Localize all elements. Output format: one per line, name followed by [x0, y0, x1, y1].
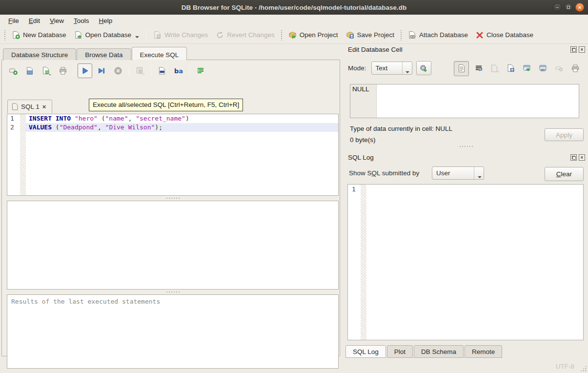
- close-sql-tab-icon[interactable]: ×: [42, 103, 46, 110]
- editor-results-splitter[interactable]: [7, 196, 339, 200]
- attach-database-button[interactable]: Attach Database: [404, 29, 472, 41]
- messages-placeholder: Results of the last executed statements: [11, 298, 160, 305]
- open-project-label: Open Project: [300, 31, 338, 39]
- encoding-indicator[interactable]: UTF-8: [556, 363, 574, 370]
- close-database-icon: [476, 31, 484, 39]
- right-dock: Edit Database Cell × Mode: Text: [344, 44, 588, 360]
- menu-edit[interactable]: Edit: [24, 16, 44, 25]
- text-mode-button[interactable]: [454, 61, 469, 76]
- maximize-button[interactable]: [564, 3, 573, 12]
- execute-line-icon: [97, 66, 106, 75]
- open-database-button[interactable]: Open Database: [70, 29, 143, 41]
- results-grid[interactable]: [7, 201, 339, 290]
- tab-database-structure[interactable]: Database Structure: [3, 48, 76, 60]
- menu-view[interactable]: View: [45, 16, 68, 25]
- close-icon: ×: [576, 3, 584, 11]
- line-number: 1: [7, 114, 20, 123]
- cell-value-editor[interactable]: NULL: [350, 84, 579, 118]
- sql-log-title: SQL Log: [348, 154, 374, 161]
- dock-float-icon[interactable]: [570, 154, 577, 161]
- tab-plot[interactable]: Plot: [387, 345, 413, 358]
- tab-remote[interactable]: Remote: [465, 345, 502, 358]
- sql-editor[interactable]: 1 INSERT INTO "hero" ("name", "secret_na…: [7, 114, 339, 196]
- clear-log-button[interactable]: Clear: [545, 167, 584, 181]
- auto-switch-mode-button[interactable]: [416, 61, 431, 75]
- editor-gutter: [7, 132, 338, 195]
- autocomplete-icon: ba: [174, 67, 183, 75]
- open-database-menu-caret[interactable]: [135, 36, 139, 38]
- line-number: 2: [7, 123, 20, 132]
- revert-changes-button: Revert Changes: [212, 29, 279, 41]
- find-replace-button[interactable]: [155, 63, 169, 78]
- set-null-icon: [555, 64, 564, 73]
- revert-changes-icon: [216, 31, 224, 39]
- word-wrap-button[interactable]: [472, 62, 485, 75]
- autocomplete-button[interactable]: ba: [171, 63, 186, 78]
- mode-select[interactable]: Text: [371, 62, 412, 75]
- menubar: File Edit View Tools Help: [0, 15, 588, 26]
- export-cell-button[interactable]: [504, 62, 517, 75]
- dock-close-icon[interactable]: ×: [579, 46, 585, 53]
- dock-float-icon[interactable]: [570, 46, 577, 53]
- log-content: [366, 185, 583, 340]
- open-sql-tab-button[interactable]: [6, 63, 20, 78]
- open-external-icon: [523, 64, 531, 73]
- minimize-button[interactable]: −: [553, 3, 562, 12]
- sql-log-view[interactable]: 1: [347, 184, 584, 340]
- tab-browse-data[interactable]: Browse Data: [77, 48, 131, 60]
- log-filter-select[interactable]: User: [432, 166, 484, 180]
- execute-line-button[interactable]: [94, 63, 109, 78]
- copy-link-button[interactable]: [536, 62, 549, 75]
- code-line-current: 2 VALUES ("Deadpond", "Dive Wilson");: [7, 123, 338, 132]
- fold-margin: [20, 114, 26, 123]
- tab-db-schema[interactable]: DB Schema: [414, 345, 464, 358]
- dock-close-icon[interactable]: ×: [579, 154, 585, 161]
- mode-value: Text: [376, 64, 398, 72]
- titlebar[interactable]: DB Browser for SQLite - /home/user/code/…: [0, 0, 588, 15]
- sql-log-controls: Show SQL submitted by User Clear: [348, 166, 585, 181]
- sql-doc-tab[interactable]: SQL 1 ×: [7, 100, 52, 113]
- save-project-button[interactable]: Save Project: [342, 29, 399, 41]
- dock-splitter[interactable]: [344, 145, 588, 148]
- format-sql-icon: [196, 66, 205, 75]
- cell-value: NULL: [350, 84, 377, 118]
- cell-size-info: 0 byte(s): [350, 136, 376, 144]
- open-sql-file-button[interactable]: [22, 63, 37, 78]
- text-document-icon: [458, 64, 466, 73]
- attach-database-icon: [408, 31, 416, 39]
- print-sql-button[interactable]: [56, 63, 70, 78]
- close-button[interactable]: ×: [575, 3, 584, 12]
- new-database-icon: [12, 31, 20, 39]
- format-sql-button[interactable]: [193, 63, 208, 78]
- link-icon: [539, 64, 547, 73]
- cell-editor-toolbar: [454, 61, 582, 76]
- messages-pane[interactable]: Results of the last executed statements: [7, 294, 339, 369]
- resize-grip[interactable]: [580, 365, 587, 372]
- execute-all-button[interactable]: [78, 63, 92, 78]
- sql-doc-tab-label: SQL 1: [21, 103, 40, 110]
- tab-sql-log[interactable]: SQL Log: [345, 345, 386, 358]
- open-project-button[interactable]: Open Project: [284, 29, 342, 41]
- toolbar-grip[interactable]: [281, 30, 283, 41]
- results-messages-splitter[interactable]: [7, 290, 339, 294]
- menu-help[interactable]: Help: [95, 16, 117, 25]
- menu-tools[interactable]: Tools: [69, 16, 94, 25]
- menu-file[interactable]: File: [4, 16, 23, 25]
- dock-bottom-tabbar: SQL Log Plot DB Schema Remote: [345, 345, 503, 358]
- close-database-button[interactable]: Close Database: [472, 29, 537, 41]
- sql-log-dock-buttons: ×: [570, 154, 585, 161]
- toolbar-separator: [146, 30, 146, 41]
- print-sql-icon: [59, 66, 67, 75]
- tab-execute-sql[interactable]: Execute SQL: [132, 47, 187, 60]
- import-file-icon: [490, 64, 500, 73]
- new-database-label: New Database: [23, 31, 66, 39]
- save-sql-file-button[interactable]: [39, 63, 54, 78]
- cell-value-content[interactable]: [377, 84, 579, 118]
- close-database-label: Close Database: [487, 31, 533, 39]
- open-external-button[interactable]: [520, 62, 533, 75]
- toolbar-grip[interactable]: [4, 30, 6, 41]
- new-database-button[interactable]: New Database: [8, 29, 70, 41]
- toolbar-grip[interactable]: [400, 30, 402, 41]
- execute-all-icon: [81, 66, 89, 75]
- print-cell-button[interactable]: [568, 62, 582, 75]
